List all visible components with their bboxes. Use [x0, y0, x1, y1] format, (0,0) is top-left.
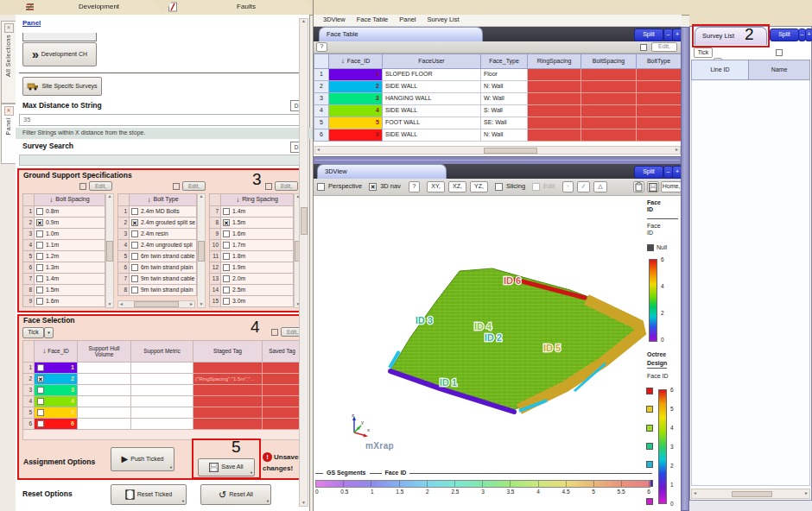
point-tool-button[interactable]: ·	[562, 181, 574, 192]
row-checkbox[interactable]: ✕	[36, 275, 43, 282]
row-checkbox[interactable]: ✕	[37, 409, 44, 416]
column-header[interactable]: RingSpacing	[528, 54, 581, 69]
ring-spacing-cell[interactable]	[528, 93, 581, 105]
tick-dropdown[interactable]: Tick	[22, 327, 44, 338]
face-id-colorbar[interactable]	[649, 259, 657, 342]
tab-development[interactable]: Development	[21, 0, 162, 14]
max-distance-input[interactable]: 35	[19, 114, 302, 126]
bolt-spacing-cell[interactable]	[581, 69, 637, 81]
ring-spacing-cell[interactable]	[528, 105, 581, 117]
column-header[interactable]: Support Metric	[131, 340, 193, 363]
dock-tab-all-selections[interactable]: ✕ All Selections	[1, 21, 16, 104]
menu-item-3dview[interactable]: 3DView	[323, 16, 346, 24]
ring-spacing-cell[interactable]	[528, 69, 581, 81]
scroll-thumb[interactable]	[106, 241, 113, 262]
vertical-scrollbar[interactable]: ▲▼	[105, 193, 114, 308]
push-ticked-button[interactable]: ▶ Push Ticked ▼	[111, 447, 174, 471]
bolt-type-cell[interactable]	[637, 93, 682, 105]
octree-face-swatch[interactable]	[646, 498, 653, 505]
row-checkbox[interactable]: ✕	[131, 275, 138, 282]
bolt-type-cell[interactable]	[637, 81, 682, 93]
edit-checkbox[interactable]	[265, 183, 272, 190]
face-type-cell[interactable]: N: Wall	[481, 81, 528, 93]
row-checkbox[interactable]: ✕	[36, 219, 43, 226]
partial-widget[interactable]	[22, 33, 97, 41]
column-header[interactable]: Name	[749, 60, 810, 80]
site-specific-surveys-button[interactable]: Site Specifc Surveys	[22, 77, 102, 96]
clipboard-button[interactable]	[633, 181, 644, 192]
row-checkbox[interactable]: ✕	[36, 264, 43, 271]
scroll-up-icon[interactable]: ▲	[301, 19, 306, 24]
face-user-cell[interactable]: SLOPED FLOOR	[383, 69, 481, 81]
bolt-type-cell[interactable]	[637, 69, 682, 81]
face-id-cell[interactable]: ✕ 4	[35, 396, 78, 407]
scroll-down-icon[interactable]: ▼	[200, 302, 204, 307]
face-type-cell[interactable]: SE: Wall	[481, 117, 528, 129]
face-id-cell[interactable]: 2	[329, 81, 383, 93]
edit-checkbox[interactable]	[640, 44, 647, 51]
face-table-hscrollbar[interactable]: ◄ ►	[314, 146, 681, 155]
dock-tab-panel[interactable]: ✕ Panel	[1, 104, 16, 164]
face-table-pane-tab[interactable]: Face Table	[319, 27, 483, 41]
close-icon[interactable]: ✕	[4, 106, 14, 116]
face-type-cell[interactable]: W: Wall	[481, 93, 528, 105]
slicing-checkbox[interactable]: ✕	[495, 183, 503, 191]
face-id-cell[interactable]: 6	[329, 129, 383, 142]
xz-view-button[interactable]: XZ,	[448, 181, 466, 192]
column-header[interactable]: Line ID	[691, 60, 749, 80]
tab-faults[interactable]: Faults	[164, 0, 314, 14]
scroll-thumb[interactable]	[484, 148, 537, 154]
legend-null-row[interactable]: Null	[647, 244, 667, 251]
row-checkbox[interactable]: ✕	[131, 219, 138, 226]
scroll-right-icon[interactable]: ►	[675, 148, 679, 153]
edit-checkbox[interactable]	[532, 183, 540, 191]
menu-item-face-table[interactable]: Face Table	[357, 16, 389, 24]
menu-item-panel[interactable]: Panel	[399, 16, 416, 24]
scroll-thumb[interactable]	[198, 241, 205, 262]
split-button[interactable]: Split	[634, 166, 663, 179]
face-id-cell[interactable]: ✕ 3	[35, 385, 78, 396]
line-tool-button[interactable]: ∕	[577, 181, 590, 192]
octree-colorbar[interactable]	[658, 389, 667, 504]
column-header[interactable]: Support Hull Volume	[78, 340, 131, 363]
edit-button[interactable]: Edit,	[182, 181, 206, 191]
split-button[interactable]: Split	[770, 28, 799, 41]
column-header[interactable]: Ring Spacing	[242, 196, 278, 203]
row-checkbox[interactable]: ✕	[223, 242, 230, 249]
row-checkbox[interactable]: ✕	[131, 242, 138, 249]
ring-spacing-cell[interactable]	[528, 117, 581, 129]
bolt-spacing-cell[interactable]	[581, 105, 637, 117]
view3d-canvas[interactable]: ID 6 ID 3 ID 4 ID 2 ID 5 ID 1 z y x mXra…	[314, 196, 682, 511]
face-user-cell[interactable]: SIDE WALL	[383, 81, 481, 93]
row-checkbox[interactable]: ✕	[223, 264, 230, 271]
bolt-type-cell[interactable]	[637, 129, 682, 142]
face-user-cell[interactable]: FOOT WALL	[383, 117, 481, 129]
face-user-cell[interactable]: SIDE WALL	[383, 129, 481, 142]
row-checkbox[interactable]: ✕	[37, 398, 44, 405]
3d-nav-checkbox[interactable]: ✕	[369, 183, 377, 191]
xy-view-button[interactable]: XY,	[427, 181, 445, 192]
mesh-green-surface[interactable]	[390, 268, 641, 410]
bolt-type-cell[interactable]	[637, 105, 682, 117]
face-id-cell[interactable]: ✕ 1	[35, 363, 78, 374]
row-checkbox[interactable]: ✕	[223, 287, 230, 293]
row-checkbox[interactable]: ✕	[36, 242, 43, 249]
edit-checkbox[interactable]	[776, 49, 783, 56]
octree-face-swatch[interactable]	[646, 443, 653, 450]
row-checkbox[interactable]: ✕	[37, 375, 44, 382]
scroll-right-icon[interactable]: ►	[804, 491, 809, 496]
help-button[interactable]: ?	[409, 181, 420, 192]
face-id-cell[interactable]: ✕ 5	[35, 407, 78, 419]
octree-face-swatch[interactable]	[646, 388, 653, 394]
help-button[interactable]: ?	[316, 42, 327, 52]
menu-item-survey-list[interactable]: Survey List	[427, 16, 459, 24]
horizontal-scrollbar[interactable]: ◄►	[117, 300, 195, 308]
row-checkbox[interactable]: ✕	[131, 287, 138, 293]
reset-all-button[interactable]: ↺ Reset All ▼	[200, 484, 271, 505]
row-checkbox[interactable]: ✕	[131, 208, 138, 215]
row-checkbox[interactable]: ✕	[37, 387, 44, 394]
scroll-down-icon[interactable]: ▼	[108, 302, 112, 307]
scroll-up-icon[interactable]: ▲	[108, 194, 112, 199]
left-panel-scrollbar[interactable]: ▲ ▼	[299, 18, 308, 507]
colorbar-gradient[interactable]	[315, 480, 650, 488]
